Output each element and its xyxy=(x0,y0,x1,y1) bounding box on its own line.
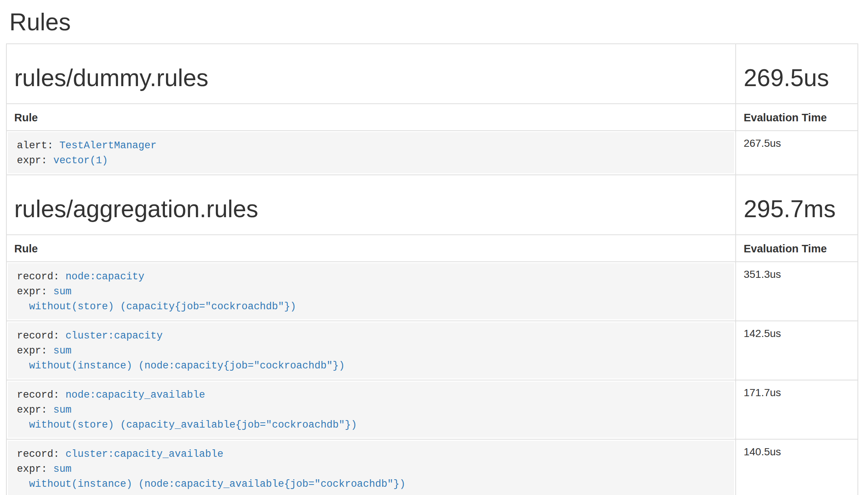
rule-key-record: record: xyxy=(17,449,66,460)
alert-name-link[interactable]: TestAlertManager xyxy=(59,140,156,151)
group-total-eval-time-cell: 269.5us xyxy=(736,44,858,104)
group-name-cell: rules/aggregation.rules xyxy=(6,175,736,235)
rules-table: rules/dummy.rules 269.5us Rule Evaluatio… xyxy=(6,43,858,495)
rule-row: record: node:capacityexpr: sum without(s… xyxy=(6,262,858,321)
group-total-eval-time: 295.7ms xyxy=(744,196,850,222)
rule-row: record: cluster:capacity_availableexpr: … xyxy=(6,439,858,495)
eval-time-column-header: Evaluation Time xyxy=(736,104,858,131)
rule-definition: record: cluster:capacityexpr: sum withou… xyxy=(8,322,734,379)
column-header-row: Rule Evaluation Time xyxy=(6,104,858,131)
group-total-eval-time-cell: 295.7ms xyxy=(736,175,858,235)
rule-key-alert: alert: xyxy=(17,140,59,151)
rule-row: alert: TestAlertManagerexpr: vector(1) 2… xyxy=(6,131,858,175)
rule-eval-time: 267.5us xyxy=(736,131,858,175)
expr-link[interactable]: sum without(store) (capacity_available{j… xyxy=(17,404,357,431)
group-header-row: rules/aggregation.rules 295.7ms xyxy=(6,175,858,235)
expr-link[interactable]: sum without(instance) (node:capacity{job… xyxy=(17,345,345,371)
rule-definition: record: node:capacity_availableexpr: sum… xyxy=(8,382,734,438)
rule-key-expr: expr: xyxy=(17,404,53,416)
rule-key-record: record: xyxy=(17,330,66,341)
rule-key-expr: expr: xyxy=(17,286,53,297)
rule-definition: record: node:capacityexpr: sum without(s… xyxy=(8,263,734,319)
rule-cell: record: node:capacityexpr: sum without(s… xyxy=(6,262,736,321)
rules-page: Rules rules/dummy.rules 269.5us Rule Eva… xyxy=(6,8,858,495)
rule-cell: record: node:capacity_availableexpr: sum… xyxy=(6,380,736,439)
rule-eval-time: 171.7us xyxy=(736,380,858,439)
rule-definition: alert: TestAlertManagerexpr: vector(1) xyxy=(8,132,734,173)
record-name-link[interactable]: node:capacity xyxy=(66,271,145,282)
group-name-cell: rules/dummy.rules xyxy=(6,44,736,104)
rule-eval-time: 140.5us xyxy=(736,439,858,495)
rule-key-record: record: xyxy=(17,271,66,282)
rule-key-record: record: xyxy=(17,389,66,401)
rule-cell: alert: TestAlertManagerexpr: vector(1) xyxy=(6,131,736,175)
record-name-link[interactable]: cluster:capacity xyxy=(66,330,163,341)
rule-eval-time: 142.5us xyxy=(736,321,858,380)
rule-key-expr: expr: xyxy=(17,345,53,356)
group-file-name: rules/aggregation.rules xyxy=(14,196,728,222)
expr-link[interactable]: sum without(instance) (node:capacity_ava… xyxy=(17,464,406,490)
rule-row: record: node:capacity_availableexpr: sum… xyxy=(6,380,858,439)
record-name-link[interactable]: cluster:capacity_available xyxy=(66,449,223,460)
eval-time-column-header: Evaluation Time xyxy=(736,235,858,262)
record-name-link[interactable]: node:capacity_available xyxy=(66,389,205,401)
column-header-row: Rule Evaluation Time xyxy=(6,235,858,262)
rule-eval-time: 351.3us xyxy=(736,262,858,321)
group-file-name: rules/dummy.rules xyxy=(14,65,728,91)
rule-cell: record: cluster:capacityexpr: sum withou… xyxy=(6,321,736,380)
expr-link[interactable]: vector(1) xyxy=(53,155,108,166)
group-total-eval-time: 269.5us xyxy=(744,65,850,91)
rule-column-header: Rule xyxy=(6,235,736,262)
rule-key-expr: expr: xyxy=(17,464,53,475)
group-header-row: rules/dummy.rules 269.5us xyxy=(6,44,858,104)
expr-link[interactable]: sum without(store) (capacity{job="cockro… xyxy=(17,286,296,312)
rule-column-header: Rule xyxy=(6,104,736,131)
page-title: Rules xyxy=(9,8,858,36)
rule-cell: record: cluster:capacity_availableexpr: … xyxy=(6,439,736,495)
rule-definition: record: cluster:capacity_availableexpr: … xyxy=(8,441,734,495)
rule-key-expr: expr: xyxy=(17,155,53,166)
rule-row: record: cluster:capacityexpr: sum withou… xyxy=(6,321,858,380)
